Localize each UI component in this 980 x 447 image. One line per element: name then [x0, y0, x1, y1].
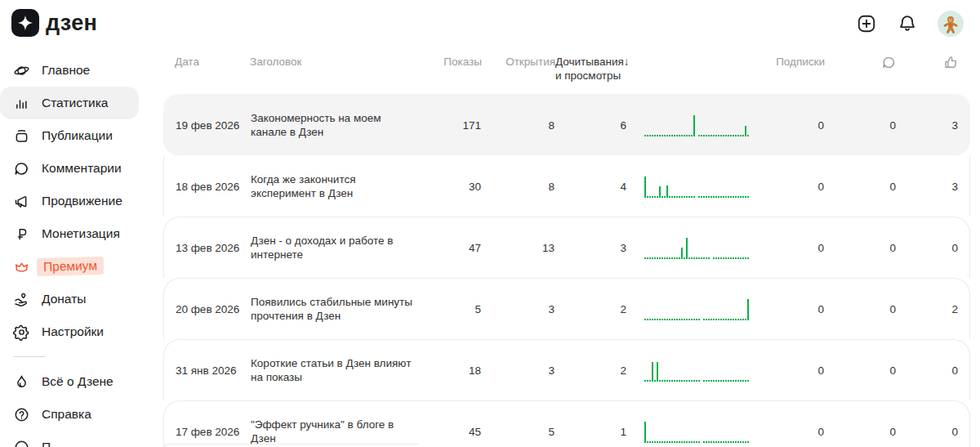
sidebar-item-label: Комментарии [42, 161, 122, 176]
plus-square-icon[interactable] [856, 13, 877, 34]
col-header-impressions[interactable]: Показы [423, 55, 482, 69]
col-header-title[interactable]: Заголовок [250, 55, 423, 69]
spark-bar [733, 196, 734, 198]
spark-bar [681, 135, 683, 136]
col-header-reads-sorted[interactable]: Дочитывания↓ и просмотры [555, 55, 751, 83]
sidebar-item-icon [13, 406, 30, 423]
spark-bar [674, 319, 675, 320]
spark-bar [703, 196, 705, 198]
spark-bar [693, 319, 695, 320]
sidebar-item-icon [13, 324, 30, 341]
sparkline [644, 114, 751, 136]
spark-bar [742, 257, 744, 259]
spark-bar [723, 319, 724, 320]
sidebar-item-monetization[interactable]: Монетизация [0, 217, 139, 250]
bell-icon[interactable] [897, 13, 918, 34]
spark-bar [720, 196, 722, 198]
spark-bar [720, 135, 722, 136]
spark-bar [706, 380, 707, 382]
spark-bar [698, 135, 700, 136]
sidebar-item-donates[interactable]: Донаты [0, 283, 139, 315]
sidebar-item-truncated[interactable]: П [0, 431, 139, 447]
row-likes: 3 [896, 181, 958, 193]
sidebar-item-statistics[interactable]: Статистика [0, 87, 139, 119]
gingerbread-icon [939, 12, 962, 35]
sparkline [644, 359, 751, 382]
spark-bar [664, 135, 666, 136]
col-header-likes[interactable] [897, 55, 959, 70]
spark-bar [713, 380, 715, 382]
sidebar-item-publications[interactable]: Публикации [0, 119, 139, 152]
spark-bar [725, 380, 727, 382]
sidebar-item-about-zen[interactable]: Всё о Дзене [0, 365, 139, 398]
spark-bar [652, 319, 653, 320]
col-header-opens[interactable]: Открытия [482, 55, 555, 69]
sidebar-item-premium[interactable]: Премиум [0, 250, 139, 283]
spark-bar [679, 319, 680, 320]
spark-bar [671, 441, 673, 443]
spark-bar [669, 380, 670, 382]
sidebar-item-label: Публикации [42, 128, 113, 143]
spark-bar [644, 135, 646, 136]
spark-bar [745, 380, 746, 382]
spark-bar [664, 319, 666, 320]
table-row[interactable]: 18 фев 2026 Когда же закончится эксперим… [163, 155, 970, 217]
sidebar-item-help[interactable]: Справка [0, 398, 139, 431]
spark-bar [649, 441, 651, 443]
spark-bar [710, 441, 712, 443]
spark-bar [703, 257, 705, 259]
spark-bar [654, 196, 656, 198]
spark-bar [708, 319, 710, 320]
spark-bar [691, 319, 693, 320]
spark-bar [662, 380, 663, 382]
table-row[interactable]: 19 фев 2026 Закономерность на моем канал… [163, 94, 970, 155]
table-row[interactable]: 13 фев 2026 Дзен - о доходах и работе в … [163, 217, 970, 278]
spark-bar [669, 319, 670, 320]
spark-bar [662, 441, 663, 443]
spark-bar [742, 380, 744, 382]
spark-bar [737, 441, 739, 443]
col-header-comments[interactable] [825, 55, 897, 70]
spark-bar [720, 319, 722, 320]
spark-bar [647, 135, 648, 136]
spark-bar [742, 135, 744, 136]
spark-bar [708, 441, 710, 443]
spark-bar [679, 441, 680, 443]
spark-bar [649, 196, 651, 198]
row-opens: 8 [481, 119, 555, 132]
spark-bar [686, 238, 688, 259]
spark-bar [647, 257, 648, 259]
row-comments: 0 [824, 303, 896, 315]
col-header-date[interactable]: Дата [175, 55, 250, 69]
avatar[interactable] [938, 11, 964, 37]
row-subscriptions: 0 [751, 364, 824, 377]
spark-bar [701, 135, 702, 136]
sidebar-item-home[interactable]: Главное [0, 54, 139, 87]
sidebar-item-label: Справка [42, 407, 91, 422]
spark-bar [718, 319, 719, 320]
row-date: 13 фев 2026 [176, 242, 251, 254]
spark-bar [735, 135, 737, 136]
sidebar-item-label: Продвижение [42, 194, 122, 208]
sidebar: Главное Статистика Публикации Комментари… [0, 54, 163, 447]
next-row-partial-border [163, 444, 419, 447]
spark-bar [737, 380, 739, 382]
spark-bar [666, 441, 668, 443]
spark-bar [733, 380, 734, 382]
table-row[interactable]: 17 фев 2026 "Эффект ручника" в блоге в Д… [163, 400, 970, 447]
sidebar-item-comments[interactable]: Комментарии [0, 152, 139, 185]
sidebar-item-icon [13, 439, 30, 447]
table-row[interactable]: 31 янв 2026 Короткие статьи в Дзен влияю… [163, 339, 970, 400]
sidebar-item-promotion[interactable]: Продвижение [0, 185, 139, 217]
spark-bar [649, 380, 651, 382]
spark-bar [745, 319, 746, 320]
row-date: 17 фев 2026 [176, 426, 251, 438]
spark-bar [669, 135, 670, 136]
zen-logo[interactable]: дзен [11, 9, 97, 37]
spark-bar [742, 319, 744, 320]
spark-bar [684, 135, 685, 136]
col-header-subscriptions[interactable]: Подписки [751, 55, 825, 69]
sidebar-item-settings[interactable]: Настройки [0, 315, 139, 348]
sparkline [644, 175, 751, 198]
table-row[interactable]: 20 фев 2026 Появились стабильные минуты … [163, 278, 970, 339]
